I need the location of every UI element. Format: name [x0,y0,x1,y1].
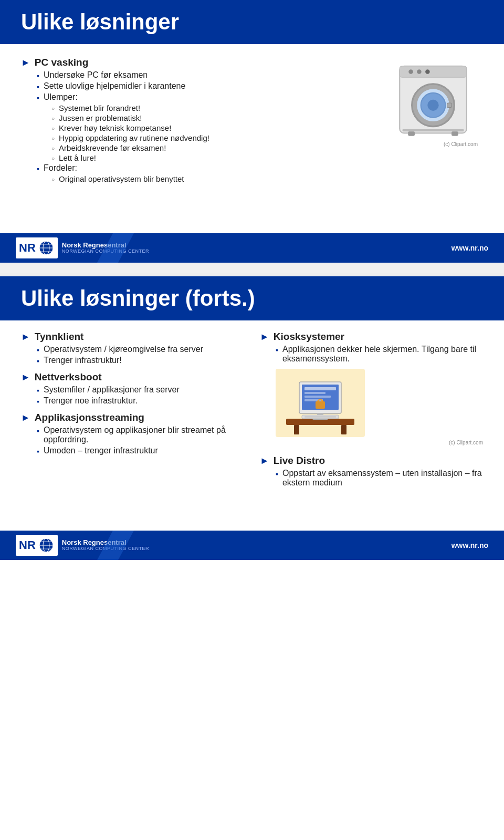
list-item-umoden: ▪ Umoden – trenger infrastruktur [37,446,244,455]
square-bullet-icon-2: ▪ [37,82,39,91]
square-bullet-icon-3: ▪ [37,94,39,102]
circle-bullet-icon-7: ○ [51,177,55,182]
slide-2: Ulike løsninger (forts.) ► Tynnklient ▪ … [0,273,504,560]
undersoke-label: Undersøke PC før eksamen [44,70,148,80]
slide1-content: (c) Clipart.com ► PC vasking ▪ Undersøke… [0,44,504,233]
clipart-attribution-1: (c) Clipart.com [388,141,478,147]
operativsystem2-label: Operativsystem og applikasjoner blir str… [44,426,244,444]
svg-rect-33 [316,401,325,409]
list-item-operativsystem: ▪ Operativsystem / kjøreomgivelse fra se… [37,345,244,354]
slide-1: Ulike løsninger [0,0,504,263]
slide1-header: Ulike løsninger [0,0,504,44]
svg-rect-27 [304,396,331,398]
pc-vasking-label: PC vasking [35,57,88,68]
list-item-lett: ○ Lett å lure! [51,153,326,162]
live-distro-label: Live Distro [274,455,325,466]
slide2-header: Ulike løsninger (forts.) [0,276,504,320]
slide1-main-list: ► PC vasking ▪ Undersøke PC før eksamen … [21,57,326,183]
svg-rect-26 [304,392,326,394]
list-item-undersoke: ▪ Undersøke PC før eksamen [37,70,326,80]
pc-vasking-sublist: ▪ Undersøke PC før eksamen ▪ Sette ulovl… [21,70,326,183]
list-item-nettverksboot: ► Nettverksboot [21,371,244,383]
slide2-footer: NR Norsk Regnesentral NORWEGIAN COMPUTIN… [0,531,504,560]
umoden-label: Umoden – trenger infrastruktur [44,446,158,455]
logo-globe-icon-1 [38,240,55,256]
slide2-left-list: ► Tynnklient ▪ Operativsystem / kjøreomg… [21,331,244,455]
trenger1-label: Trenger infrastruktur! [44,356,122,365]
nettverksboot-sublist: ▪ Systemfiler / applikasjoner fra server… [21,385,244,406]
arrow-bullet-icon-6: ► [260,455,269,466]
svg-point-3 [417,69,422,74]
footer-url-2: www.nr.no [452,541,488,549]
washing-machine-image: (c) Clipart.com [388,49,478,144]
slide2-title: Ulike løsninger (forts.) [21,286,483,311]
systemfiler-label: Systemfiler / applikasjoner fra server [44,385,180,395]
svg-rect-12 [452,131,458,136]
sq-b-2: ▪ [37,357,39,365]
applikasjonen-label: Applikasjonen dekker hele skjermen. Tilg… [282,345,483,364]
list-item-kiosk: ► Kiosksystemer [260,331,483,343]
square-bullet-icon: ▪ [37,71,39,80]
svg-marker-18 [97,233,134,263]
circle-bullet-icon-4: ○ [51,136,55,141]
list-item-arbeidskrevende: ○ Arbeidskrevende før eksamen! [51,143,326,152]
gap-1 [21,367,244,371]
logo-nr-2: NR [19,540,36,551]
oppstart-label: Oppstart av eksamenssystem – uten instal… [282,469,483,488]
arbeidskrevende-label: Arbeidskrevende før eksamen! [59,143,166,152]
list-item-ulemper: ▪ Ulemper: [37,92,326,102]
arrow-bullet-icon-3: ► [21,372,30,383]
svg-rect-22 [341,425,346,434]
slide2-right-list: ► Kiosksystemer ▪ Applikasjonen dekker h… [260,331,483,488]
gap-2 [21,408,244,412]
kiosk-sublist: ▪ Applikasjonen dekker hele skjermen. Ti… [260,345,483,364]
ulemper-sublist: ○ Systemet blir forandret! ○ Jussen er p… [37,103,326,162]
slide1-footer: NR Norsk Regnesentral NORWEGIAN COMPUTIN… [0,233,504,263]
list-item-applikasjonen: ▪ Applikasjonen dekker hele skjermen. Ti… [276,345,483,364]
logo-globe-icon-2 [38,537,55,554]
systemet-label: Systemet blir forandret! [59,103,140,112]
footer-url-1: www.nr.no [452,244,488,252]
list-item-oppstart: ▪ Oppstart av eksamenssystem – uten inst… [276,469,483,488]
lett-label: Lett å lure! [59,153,96,162]
tynnklient-sublist: ▪ Operativsystem / kjøreomgivelse fra se… [21,345,244,365]
svg-point-8 [427,100,438,111]
jussen-label: Jussen er problematisk! [59,113,142,122]
logo-nr-1: NR [19,242,36,254]
list-item-tynnklient: ► Tynnklient [21,331,244,343]
kiosk-label: Kiosksystemer [274,331,344,343]
trenger2-label: Trenger noe infrastruktur. [44,396,138,406]
svg-rect-9 [447,103,452,108]
appstreaming-sublist: ▪ Operativsystem og applikasjoner blir s… [21,426,244,455]
sq-b-5: ▪ [37,427,39,435]
logo-box-1: NR [16,237,58,258]
svg-point-4 [425,69,430,74]
svg-rect-32 [304,416,336,418]
krever-label: Krever høy teknisk kompetanse! [59,123,171,132]
list-item-krever: ○ Krever høy teknisk kompetanse! [51,123,326,132]
sq-b-3: ▪ [37,386,39,395]
clipart-attribution-2: (c) Clipart.com [276,440,483,445]
list-item-systemet: ○ Systemet blir forandret! [51,103,326,112]
list-item-hyppig: ○ Hyppig oppdatering av rutinene nødvend… [51,133,326,142]
sq-b-4: ▪ [37,397,39,406]
circle-bullet-icon-2: ○ [51,116,55,121]
nettverksboot-label: Nettverksboot [35,371,102,383]
tynnklient-label: Tynnklient [35,331,84,343]
svg-rect-11 [408,131,415,136]
list-item-fordeler: ▪ Fordeler: [37,163,326,173]
kiosk-image: (c) Clipart.com [276,369,483,445]
live-distro-sublist: ▪ Oppstart av eksamenssystem – uten inst… [260,469,483,488]
list-item-original: ○ Original operativsystem blir benyttet [51,174,326,183]
list-item-systemfiler: ▪ Systemfiler / applikasjoner fra server [37,385,244,395]
list-item-appstreaming: ► Applikasjonsstreaming [21,412,244,423]
hyppig-label: Hyppig oppdatering av rutinene nødvendig… [59,133,209,142]
svg-rect-25 [304,387,336,390]
list-item-sette: ▪ Sette ulovlige hjelpemidler i karanten… [37,81,326,91]
list-item-trenger2: ▪ Trenger noe infrastruktur. [37,396,244,406]
fordeler-sublist: ○ Original operativsystem blir benyttet [37,174,326,183]
ulemper-label: Ulemper: [44,92,78,102]
arrow-bullet-icon-2: ► [21,331,30,343]
square-bullet-icon-4: ▪ [37,164,39,173]
arrow-bullet-icon: ► [21,57,30,68]
